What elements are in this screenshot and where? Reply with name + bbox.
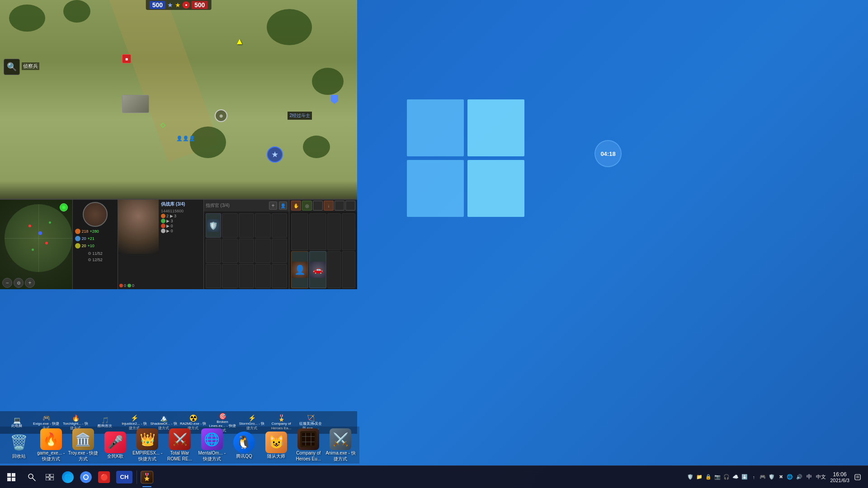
desktop-icon-mental[interactable]: 🌐 MentalOm... - 快捷方式 (197, 428, 227, 462)
equip-slot-2[interactable] (222, 213, 238, 238)
ime-button[interactable]: CH (113, 466, 136, 488)
svg-rect-9 (12, 478, 15, 481)
ability-slot-7[interactable] (327, 251, 341, 288)
unit-info-panel: 供战库 (3/4) 1446115600 2 ▶ 3 ▶ 3 ▶ 0 (118, 200, 203, 289)
equip-slot-9[interactable] (255, 239, 271, 263)
ability-icon-hand[interactable]: ✋ (291, 201, 301, 211)
supply-row: ⚙ 11/52 (88, 251, 103, 256)
total-war-rome-icon-img: ⚔️ (169, 428, 191, 450)
ability-portrait-2[interactable]: 🚗 (309, 251, 326, 288)
waypoint-marker[interactable]: ⊕ (215, 109, 227, 122)
tray-antivirus-icon[interactable]: 🛡️ (768, 473, 776, 481)
tree-cluster (303, 136, 330, 158)
ability-icon-3[interactable] (313, 201, 323, 211)
desktop-icon-qq[interactable]: 🐧 腾讯QQ (229, 432, 259, 459)
tray-download-icon[interactable]: ⬇️ (741, 473, 749, 481)
desktop-icon-troy[interactable]: 🏛️ Troy.exe - 快捷方式 (68, 428, 98, 462)
equip-slot-1[interactable]: 🛡️ (206, 213, 221, 238)
ability-slot-3[interactable] (327, 213, 341, 250)
ability-icon-6[interactable] (345, 201, 355, 211)
minimap-zoom-in[interactable]: + (25, 278, 35, 288)
game-exe-icon-img: 🔥 (40, 428, 62, 450)
equip-item-icon-1: 🛡️ (209, 221, 218, 230)
equip-slot-13[interactable] (239, 264, 254, 288)
desktop-icon-total-war-rome[interactable]: ⚔️ Total War ROME RE... (165, 428, 195, 462)
equip-slot-4[interactable] (255, 213, 271, 238)
total-war-rome-icon-label: Total War ROME RE... (165, 450, 195, 462)
minimap-settings[interactable]: ⚙ (14, 278, 24, 288)
chrome-svg (80, 471, 92, 483)
recon-icon[interactable]: 🔍 (4, 59, 20, 75)
unit-stat-4: ▶ 0 (166, 229, 173, 233)
ability-icon-down[interactable]: ↓ (324, 201, 334, 211)
desktop-icon-empires[interactable]: 👑 EMPIRESX... - 快捷方式 (132, 428, 163, 462)
task-view-button[interactable] (41, 466, 59, 488)
equip-slot-10[interactable] (272, 239, 288, 263)
tray-clock[interactable]: 16:06 2021/6/3 (830, 471, 849, 483)
equip-slot-7[interactable] (222, 239, 238, 263)
equip-slot-14[interactable] (255, 264, 271, 288)
taskbar-search-button[interactable] (23, 466, 41, 488)
open-app-coh[interactable]: 🎖️ (138, 466, 156, 488)
infantry-units[interactable]: 👤👤👤 (176, 136, 195, 141)
desktop-icon-meow[interactable]: 😺 随从大师 (261, 432, 292, 459)
ability-slot-8[interactable] (342, 251, 355, 288)
win-pane-tr (467, 99, 524, 156)
minimap-area[interactable]: − ⚙ + (0, 200, 73, 289)
shortcut-icon-coh: 🎖️ (278, 414, 285, 422)
ability-icon-5[interactable] (335, 201, 344, 211)
tree-cluster (190, 127, 226, 158)
ability-slot-4[interactable] (342, 213, 355, 250)
shortcut-icon-storm: ⚡ (248, 414, 256, 422)
tray-headset-icon[interactable]: 🎧 (722, 473, 731, 481)
ime-label[interactable]: CH (116, 471, 132, 483)
tray-cloud-icon[interactable]: ☁️ (731, 473, 740, 481)
equip-slot-8[interactable] (239, 239, 254, 263)
tray-security-icon[interactable]: 🔒 (704, 473, 712, 481)
ability-portrait-1[interactable]: 👤 (291, 251, 308, 288)
equip-slot-15[interactable] (272, 264, 288, 288)
minimap-zoom-out[interactable]: − (2, 278, 12, 288)
desktop-icon-game-exe[interactable]: 🔥 game_exe... - 快捷方式 (36, 428, 66, 462)
tray-notification-button[interactable] (851, 466, 864, 488)
edge-browser-button[interactable]: 🌐 (59, 466, 77, 488)
blue-star-unit[interactable]: ★ (267, 146, 283, 163)
equip-slot-12[interactable] (222, 264, 238, 288)
tray-folder-icon[interactable]: 📁 (695, 473, 703, 481)
portrait-icon-1: 👤 (294, 264, 306, 275)
chrome-button[interactable] (77, 466, 95, 488)
start-button[interactable] (0, 466, 23, 488)
ability-slot-1[interactable] (291, 213, 308, 250)
ability-slot-2[interactable] (309, 213, 326, 250)
minimap-canvas[interactable] (5, 204, 72, 272)
enemy-unit-marker: ■ (122, 54, 131, 63)
desktop-icon-kuge[interactable]: 🎤 全民K歌 (100, 432, 131, 459)
desktop-icon-coh-eu[interactable]: Company of Heroes Eu... (293, 428, 324, 462)
special-icon-1[interactable]: 🔴 (95, 466, 113, 488)
desktop-icon-anima[interactable]: ⚔️ Anima.exe - 快捷方式 (326, 428, 356, 462)
tray-x-icon[interactable]: ✖ (777, 473, 785, 481)
game-viewport[interactable]: 500 ★ ★ ● 500 🔍 侦察兵 ▲ ■ (0, 0, 357, 199)
equip-slot-11[interactable] (206, 264, 221, 288)
tray-volume-icon[interactable]: 🔊 (795, 473, 803, 481)
game-window[interactable]: 500 ★ ★ ● 500 🔍 侦察兵 ▲ ■ (0, 0, 357, 289)
desktop-icon-recycle[interactable]: 🗑️ 回收站 (4, 432, 34, 459)
resource-fuel: 20 +21 (75, 236, 116, 241)
tray-network-icon[interactable]: 🌐 (786, 473, 794, 481)
munitions-value: 20 (82, 244, 86, 248)
tray-arrow-icon[interactable]: ↑ (750, 473, 758, 481)
equip-slot-5[interactable] (272, 213, 288, 238)
taskbar-separator-1 (137, 470, 137, 484)
tray-shield-icon[interactable]: 🛡️ (686, 473, 694, 481)
tray-input-method[interactable]: 中文 (815, 474, 827, 480)
tray-lang-indicator[interactable]: 中 (805, 473, 814, 481)
tray-camera-icon[interactable]: 📷 (713, 473, 722, 481)
res-icon-1 (119, 284, 123, 287)
equip-person-icon[interactable]: 👤 (279, 202, 287, 210)
tray-game-icon[interactable]: 🎮 (759, 473, 767, 481)
equip-slot-6[interactable] (206, 239, 221, 263)
equip-add-icon[interactable]: + (269, 202, 277, 210)
vehicle-unit[interactable] (122, 95, 149, 113)
equip-slot-3[interactable] (239, 213, 254, 238)
ability-icon-target[interactable]: ◎ (302, 201, 312, 211)
